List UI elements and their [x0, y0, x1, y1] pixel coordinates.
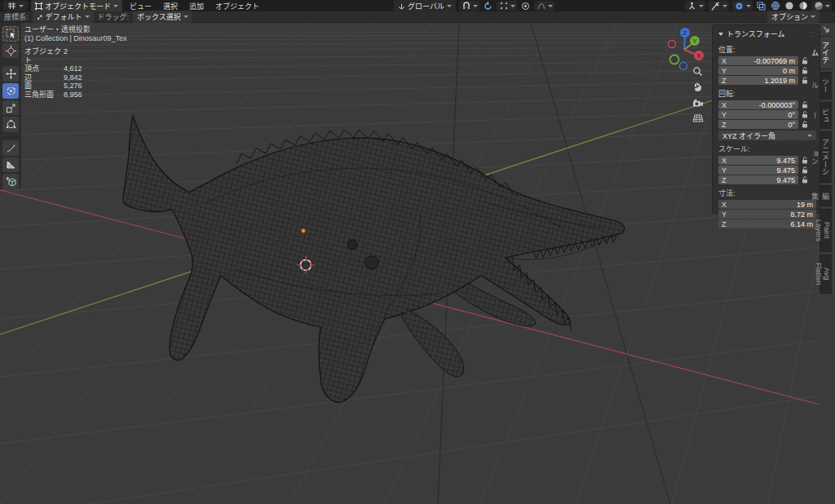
menu-add[interactable]: 追加: [185, 1, 208, 11]
tab-paint-layers[interactable]: Paint Layers: [820, 209, 832, 251]
dimensions-x-field[interactable]: X19 m: [718, 200, 816, 209]
chevron-down-icon[interactable]: [722, 5, 727, 7]
chevron-down-icon: [113, 5, 118, 7]
snap-with-rotation-icon[interactable]: [483, 1, 493, 11]
active-collection-label: (1) Collection | Dinosaur09_Tex: [24, 34, 126, 43]
gizmo-y-neg-axis[interactable]: [670, 55, 679, 64]
rotation-y-field[interactable]: Y0°: [718, 110, 798, 119]
snap-magnet-icon[interactable]: [461, 1, 471, 11]
editor-type-selector[interactable]: [3, 1, 28, 11]
rotation-z-row: Z0°: [718, 120, 820, 129]
tool-measure[interactable]: [2, 157, 19, 173]
tab-animation[interactable]: アニメーション: [820, 131, 832, 183]
rotation-x-field[interactable]: X-0.000003°: [718, 100, 798, 109]
show-gizmo-icon[interactable]: [710, 1, 721, 11]
drag-mode-dropdown[interactable]: ボックス選択: [133, 11, 192, 23]
snap-increment-icon[interactable]: [498, 1, 509, 11]
chevron-down-icon[interactable]: [510, 5, 515, 7]
tool-scale[interactable]: [2, 100, 19, 116]
chevron-down-icon[interactable]: [746, 5, 751, 7]
tool-cursor[interactable]: [2, 43, 19, 59]
rotation-mode-value: XYZ オイラー角: [722, 130, 775, 141]
unlock-icon[interactable]: [802, 67, 808, 74]
coord-system-value: デフォルト: [46, 11, 82, 22]
scale-y-field[interactable]: Y9.475: [718, 166, 798, 175]
scale-z-field[interactable]: Z9.475: [718, 175, 798, 184]
menu-view[interactable]: ビュー: [126, 1, 156, 11]
object-mode-icon: [35, 2, 42, 10]
gizmo-x-label: X: [696, 52, 701, 60]
unlock-icon[interactable]: [802, 77, 808, 84]
gizmo-z-neg-axis[interactable]: [680, 63, 687, 70]
dimensions-z-field[interactable]: Z6.14 m: [718, 219, 816, 228]
tool-add-cube[interactable]: [2, 174, 19, 189]
transform-orientation-dropdown[interactable]: グローバル: [394, 0, 456, 12]
shading-rendered-icon[interactable]: [813, 1, 824, 11]
coord-system-dropdown[interactable]: デフォルト: [33, 11, 94, 23]
panel-collapse-arrow-icon[interactable]: [718, 33, 723, 36]
menu-object[interactable]: オブジェクト: [211, 1, 263, 11]
location-y-field[interactable]: Y0 m: [718, 66, 798, 75]
field-value: 0°: [788, 111, 795, 119]
drag-mode-value: ボックス選択: [137, 11, 181, 22]
tab-edit[interactable]: 編集: [820, 185, 832, 206]
proportional-falloff-icon[interactable]: [536, 1, 546, 11]
dimensions-y-field[interactable]: Y8.72 m: [718, 210, 816, 219]
rotation-mode-dropdown[interactable]: XYZ オイラー角: [718, 130, 816, 140]
zoom-icon[interactable]: [691, 65, 705, 77]
tool-annotate[interactable]: [2, 140, 19, 156]
field-value: 19 m: [797, 201, 813, 209]
location-x-field[interactable]: X-0.007069 m: [718, 56, 798, 65]
xray-toggle-icon[interactable]: [756, 1, 767, 11]
sidebar-tabs: アイテム ツール ビュー アニメーション 編集 Paint Layers Avg…: [820, 24, 835, 294]
object-visibility-icon[interactable]: [687, 1, 697, 11]
shading-solid-icon[interactable]: [784, 1, 794, 11]
show-overlays-icon[interactable]: [734, 1, 744, 11]
unlock-icon[interactable]: [802, 57, 808, 64]
tab-tool[interactable]: ツール: [820, 72, 832, 99]
ear-detail: [347, 240, 357, 250]
scale-x-field[interactable]: X9.475: [718, 156, 798, 165]
scale-y-row: Y9.475: [718, 166, 820, 175]
chevron-down-icon[interactable]: [825, 5, 830, 7]
3d-viewport[interactable]: ユーザー・透視投影 (1) Collection | Dinosaur09_Te…: [0, 23, 835, 504]
unlock-icon[interactable]: [802, 121, 808, 128]
location-z-field[interactable]: Z1.2019 m: [718, 76, 798, 85]
sidebar-collapse-arrow-icon[interactable]: [820, 24, 832, 33]
unlock-icon[interactable]: [802, 176, 808, 183]
chevron-down-icon: [447, 5, 452, 7]
tool-transform[interactable]: [2, 117, 19, 132]
unlock-icon[interactable]: [802, 101, 808, 108]
menu-select[interactable]: 選択: [159, 1, 182, 11]
pan-hand-icon[interactable]: [691, 81, 705, 93]
location-x-row: X-0.007069 m: [718, 56, 820, 65]
field-value: 9.475: [776, 166, 795, 175]
tool-move[interactable]: [2, 66, 19, 82]
field-value: 9.475: [776, 176, 795, 184]
unlock-icon[interactable]: [802, 157, 808, 164]
chevron-down-icon[interactable]: [548, 5, 553, 7]
proportional-editing-icon[interactable]: [520, 1, 531, 11]
camera-view-icon[interactable]: [691, 96, 705, 108]
gizmo-x-neg-axis[interactable]: [669, 41, 676, 48]
stat-row: オブジェクト2: [24, 47, 126, 64]
unlock-icon[interactable]: [802, 166, 808, 174]
options-dropdown[interactable]: オプション: [767, 11, 820, 23]
panel-options-dots-icon[interactable]: ::: [809, 30, 815, 38]
axis-label: Z: [722, 220, 731, 228]
tool-select-box[interactable]: [2, 26, 19, 42]
stat-value: 2: [64, 47, 68, 64]
tab-view[interactable]: ビュー: [820, 102, 832, 130]
perspective-toggle-icon[interactable]: [691, 112, 705, 124]
chevron-down-icon[interactable]: [473, 5, 478, 7]
chevron-down-icon[interactable]: [699, 5, 704, 7]
unlock-icon[interactable]: [802, 111, 808, 118]
object-origin-dot[interactable]: [302, 229, 306, 233]
shading-wireframe-icon[interactable]: [770, 1, 780, 11]
tab-item[interactable]: アイテム: [820, 36, 832, 69]
tab-avg-flatten[interactable]: Avg Flatten: [820, 254, 832, 294]
shading-material-icon[interactable]: [797, 1, 808, 11]
tool-rotate[interactable]: [2, 83, 19, 99]
rotation-z-field[interactable]: Z0°: [718, 120, 798, 129]
viewport-header: オブジェクトモード ビュー 選択 追加 オブジェクト グローバル: [0, 0, 835, 11]
